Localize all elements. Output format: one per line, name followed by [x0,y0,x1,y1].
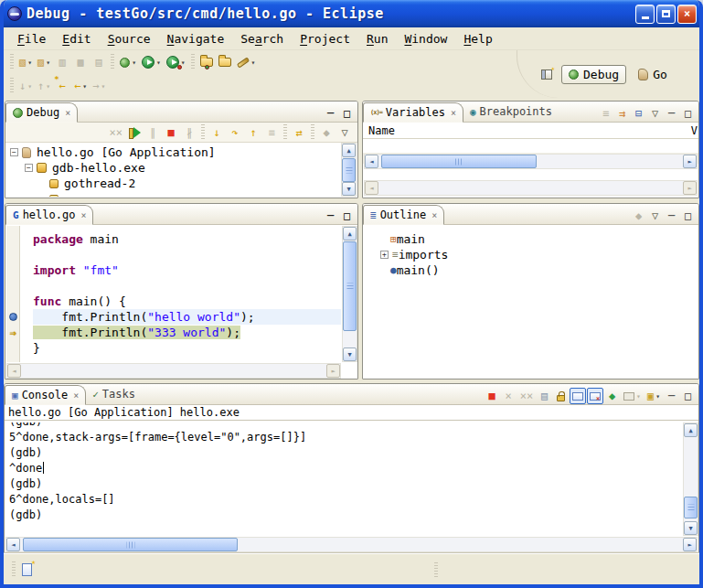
maximize-window-button[interactable] [656,5,676,24]
debug-options-button[interactable]: ◆ [317,123,336,143]
display-selected-console-button[interactable]: ▾ [621,388,644,404]
menu-window[interactable]: Window [396,30,455,48]
show-type-names-button[interactable]: ≡ [598,105,613,122]
clear-console-button[interactable]: ▤ [537,388,552,404]
scroll-right-button[interactable]: ► [683,155,697,168]
variables-horizontal-scrollbar[interactable]: ◄ ► [364,154,698,169]
open-folder-green-button[interactable] [197,52,216,72]
console-vertical-scrollbar[interactable]: ▲ ▼ [683,422,698,536]
minimize-view-button[interactable]: ─ [664,388,679,404]
menu-edit[interactable]: Edit [54,30,99,48]
new-wizard-button[interactable]: ▧▾ [16,52,35,72]
view-menu-button[interactable]: ▽ [336,123,354,143]
scroll-right-button[interactable]: ► [326,364,340,378]
scroll-thumb[interactable] [23,538,238,551]
detail-pane-horizontal-scrollbar[interactable]: ◄ ► [364,180,698,196]
gutter-row[interactable] [6,309,19,325]
gutter-row[interactable] [6,231,19,247]
variables-column-header[interactable]: Name V [363,123,698,139]
menu-project[interactable]: Project [292,30,358,48]
close-tab-button[interactable]: × [73,390,79,401]
search-button[interactable]: ▾ [234,52,259,72]
open-console-button[interactable]: ▣▾ [644,388,663,404]
scroll-up-button[interactable]: ▲ [684,423,698,437]
name-column-header[interactable]: Name [368,124,395,137]
show-stdout-button[interactable] [570,388,586,404]
scroll-lock-button[interactable] [553,388,569,404]
scroll-down-button[interactable]: ▼ [684,521,698,535]
tab-variables[interactable]: (x)=Variables× [363,102,463,123]
title-bar[interactable]: Debug - testGo/src/cmd/hello.go - Eclips… [0,0,703,27]
perspective-go-button[interactable]: Go [632,66,674,83]
fast-view-icon[interactable] [22,563,32,576]
scroll-left-button[interactable]: ◄ [7,364,21,378]
debug-launch-tree[interactable]: −hello.go [Go Application]−gdb-hello.exe… [6,143,341,197]
editor-vertical-scrollbar[interactable]: ▲ ▼ [342,226,357,362]
close-tab-button[interactable]: × [80,210,86,220]
scroll-thumb[interactable] [343,241,357,331]
breakpoint-icon[interactable] [9,313,17,321]
minimize-view-button[interactable]: ─ [323,105,338,122]
open-folder-doc-button[interactable] [216,52,234,72]
close-tab-button[interactable]: × [65,108,70,118]
scroll-down-button[interactable]: ▼ [342,182,356,196]
use-step-filters-button[interactable]: ⇄ [290,123,308,143]
open-perspective-button[interactable] [538,64,556,84]
scroll-right-button[interactable]: ► [683,538,697,551]
previous-annotation-button[interactable]: ↑▾ [35,76,53,96]
minimize-view-button[interactable]: ─ [664,208,679,224]
variables-empty-row[interactable] [363,139,698,153]
resume-button[interactable] [125,123,144,143]
back-button[interactable]: ←▾ [71,76,90,96]
scroll-down-button[interactable]: ▼ [343,347,357,361]
menu-file[interactable]: File [9,30,54,48]
terminate-button[interactable]: ■ [162,123,180,143]
step-into-button[interactable]: ↓ [208,123,226,143]
gutter-row[interactable] [6,278,19,294]
scroll-up-button[interactable]: ▲ [342,144,356,157]
save-all-button[interactable]: ▩ [71,52,90,72]
run-launch-button[interactable]: ▾ [139,52,164,72]
tree-item[interactable]: −hello.go [Go Application] [6,144,341,160]
show-stderr-button[interactable]: × [587,388,603,404]
disconnect-button[interactable]: ∦ [180,123,198,143]
editor-horizontal-scrollbar[interactable]: ◄ ► [6,363,341,379]
tree-expander[interactable]: + [380,251,389,259]
scroll-left-button[interactable]: ◄ [365,181,378,195]
menu-run[interactable]: Run [358,30,396,48]
next-annotation-button[interactable]: ↓▾ [16,76,35,96]
maximize-view-button[interactable]: □ [339,105,355,122]
scroll-right-button[interactable]: ► [683,181,697,195]
save-button[interactable]: ▥ [53,52,71,72]
forward-button[interactable]: →▾ [90,76,108,96]
code-editor[interactable]: ⇒ package mainimport "fmt"func main() { … [6,226,341,362]
tree-item[interactable]: ⊞main [377,231,698,247]
outline-tree[interactable]: ⊞main+≡imports●main() [364,226,698,378]
tree-item[interactable]: ●main() [377,262,698,278]
minimize-view-button[interactable]: ─ [323,208,338,224]
scroll-left-button[interactable]: ◄ [365,155,378,168]
gutter-row[interactable]: ⇒ [6,325,19,340]
instruction-stepping-button[interactable]: ≡ [262,123,281,143]
suspend-button[interactable]: ∥ [144,123,162,143]
maximize-view-button[interactable]: □ [339,208,355,224]
scroll-thumb[interactable] [342,158,356,182]
perspective-debug-button[interactable]: Debug [561,65,626,84]
menu-source[interactable]: Source [100,30,159,48]
annotation-gutter[interactable]: ⇒ [6,226,20,362]
close-tab-button[interactable]: × [431,210,437,220]
scroll-up-button[interactable]: ▲ [343,227,357,241]
step-over-button[interactable]: ↷ [226,123,244,143]
debug-tree-vertical-scrollbar[interactable]: ▲ ▼ [341,143,357,197]
tree-item[interactable]: gothread-2 [6,176,341,191]
maximize-view-button[interactable]: □ [680,208,696,224]
maximize-view-button[interactable]: □ [680,388,696,404]
show-logical-structures-button[interactable]: ⇉ [614,105,630,122]
maximize-view-button[interactable]: □ [680,105,696,122]
collapse-all-button[interactable]: ⊟ [631,105,646,122]
minimize-window-button[interactable] [635,5,655,24]
menu-navigate[interactable]: Navigate [159,30,233,48]
scroll-thumb[interactable] [684,497,698,519]
tab-debug[interactable]: Debug× [5,102,78,123]
close-window-button[interactable]: × [677,5,697,24]
